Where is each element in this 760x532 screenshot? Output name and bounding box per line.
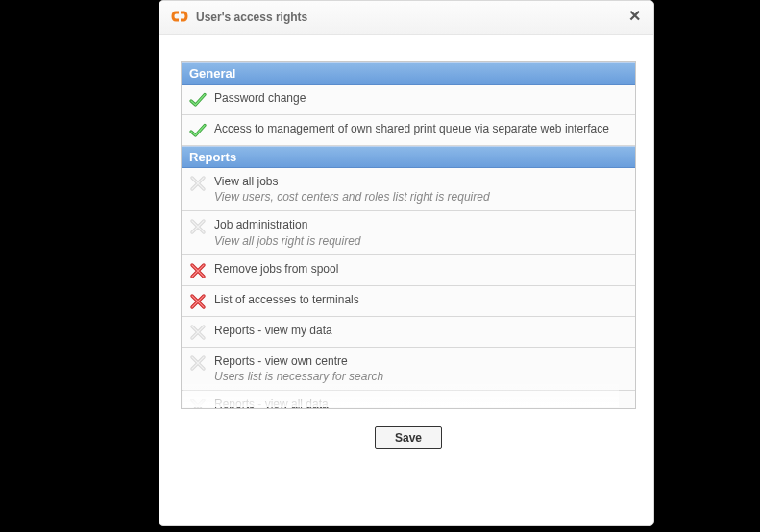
right-note: Users list is necessary for search <box>214 369 627 384</box>
right-note: View all jobs right is required <box>214 233 627 249</box>
right-text: List of accesses to terminals <box>214 292 627 307</box>
x-grey-icon <box>189 175 207 192</box>
right-label: Password change <box>214 90 627 106</box>
right-text: Remove jobs from spool <box>214 261 627 277</box>
access-rights-dialog: User's access rights ✕ GeneralPassword c… <box>159 0 654 526</box>
section-header: General <box>182 62 635 85</box>
x-red-icon <box>189 293 207 310</box>
app-logo-icon <box>171 10 188 26</box>
right-row[interactable]: Password change <box>182 85 635 115</box>
rights-scroll[interactable]: GeneralPassword changeAccess to manageme… <box>182 62 635 408</box>
check-icon <box>189 122 207 139</box>
right-text: View all jobsView users, cost centers an… <box>214 174 627 205</box>
close-icon[interactable]: ✕ <box>626 10 642 25</box>
right-row[interactable]: Access to management of own shared print… <box>182 115 635 146</box>
x-grey-icon <box>189 324 207 341</box>
dialog-body: GeneralPassword changeAccess to manageme… <box>159 35 653 525</box>
right-row[interactable]: Reports - view all dataUsers list is nec… <box>182 391 635 408</box>
right-row[interactable]: Reports - view own centreUsers list is n… <box>182 348 635 391</box>
right-label: Reports - view my data <box>214 323 627 338</box>
right-label: Job administration <box>214 217 627 232</box>
right-label: Access to management of own shared print… <box>214 121 627 136</box>
x-red-icon <box>189 262 207 279</box>
right-text: Password change <box>214 90 627 106</box>
x-grey-icon <box>189 398 207 408</box>
right-label: Remove jobs from spool <box>214 261 627 277</box>
right-text: Reports - view all dataUsers list is nec… <box>214 397 627 408</box>
right-note: View users, cost centers and roles list … <box>214 189 627 205</box>
right-row[interactable]: Reports - view my data <box>182 317 635 348</box>
right-text: Access to management of own shared print… <box>214 121 627 136</box>
right-row[interactable]: Remove jobs from spool <box>182 255 635 286</box>
right-label: Reports - view all data <box>214 397 627 408</box>
right-text: Reports - view own centreUsers list is n… <box>214 353 627 384</box>
x-grey-icon <box>189 354 207 372</box>
right-label: View all jobs <box>214 174 627 189</box>
check-icon <box>189 91 207 109</box>
right-row[interactable]: View all jobsView users, cost centers an… <box>182 168 635 211</box>
rights-panel: GeneralPassword changeAccess to manageme… <box>181 61 636 409</box>
right-label: Reports - view own centre <box>214 353 627 369</box>
right-text: Reports - view my data <box>214 323 627 338</box>
right-row[interactable]: Job administrationView all jobs right is… <box>182 211 635 254</box>
dialog-title: User's access rights <box>196 11 619 24</box>
right-row[interactable]: List of accesses to terminals <box>182 286 635 317</box>
x-grey-icon <box>189 218 207 235</box>
section-header: Reports <box>182 146 635 168</box>
dialog-footer: Save <box>181 409 636 463</box>
right-text: Job administrationView all jobs right is… <box>214 217 627 248</box>
save-button[interactable]: Save <box>375 426 442 449</box>
right-label: List of accesses to terminals <box>214 292 627 307</box>
dialog-titlebar: User's access rights ✕ <box>159 1 653 35</box>
